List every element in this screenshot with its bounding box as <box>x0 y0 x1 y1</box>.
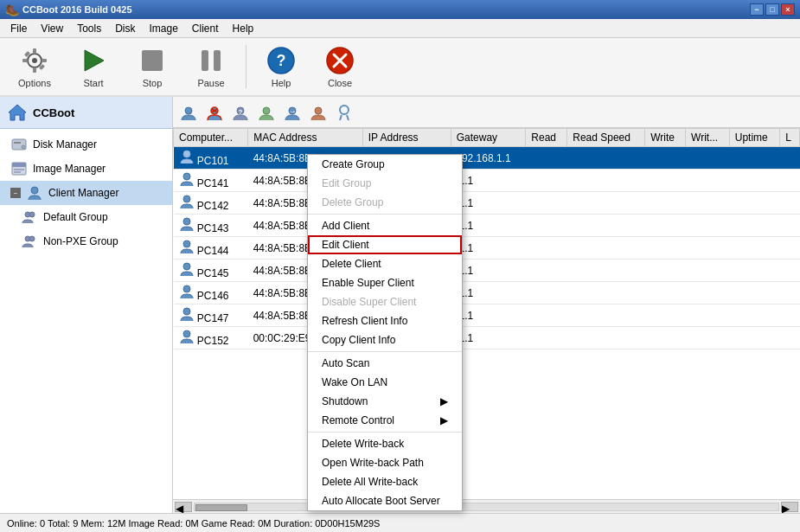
ctx-shutdown[interactable]: Shutdown <box>308 392 462 411</box>
cell-computer: PC142 <box>174 192 248 215</box>
cell-read <box>526 215 567 237</box>
scroll-right-btn[interactable]: ▶ <box>781 502 798 512</box>
toolbar-icon-1[interactable] <box>176 100 201 125</box>
ctx-edit-client[interactable]: Edit Client <box>308 235 462 254</box>
table-row[interactable]: PC141 44:8A:5B:8B:E... .1.1 <box>174 170 800 192</box>
ctx-disable-super[interactable]: Disable Super Client <box>308 292 462 311</box>
cell-l <box>780 304 800 327</box>
svg-point-43 <box>183 151 190 157</box>
ctx-add-client[interactable]: Add Client <box>308 216 462 235</box>
cell-uptime <box>729 170 780 192</box>
table-row[interactable]: PC144 44:8A:5B:8B:E... .1.1 <box>174 237 800 260</box>
minimize-button[interactable]: − <box>750 3 764 16</box>
col-write[interactable]: Write <box>645 129 686 147</box>
cell-read-speed <box>567 192 645 215</box>
ctx-delete-client[interactable]: Delete Client <box>308 254 462 273</box>
sidebar-item-client-manager[interactable]: − Client Manager <box>0 181 172 205</box>
help-icon: ? <box>266 45 297 76</box>
col-write2[interactable]: Writ... <box>686 129 730 147</box>
cell-write <box>645 147 686 170</box>
help-button[interactable]: ? Help <box>253 42 309 92</box>
table-row[interactable]: PC145 44:8A:5B:8B:F... .1.1 <box>174 260 800 282</box>
ctx-copy[interactable]: Copy Client Info <box>308 330 462 349</box>
close-button[interactable]: Close <box>312 42 368 92</box>
ctx-refresh[interactable]: Refresh Client Info <box>308 311 462 330</box>
sidebar-item-default-group[interactable]: Default Group <box>0 205 172 229</box>
pause-button[interactable]: Pause <box>183 42 239 92</box>
ctx-enable-super[interactable]: Enable Super Client <box>308 273 462 292</box>
ctx-auto-allocate[interactable]: Auto Allocate Boot Server <box>308 491 462 510</box>
svg-rect-11 <box>214 50 221 71</box>
sidebar-item-disk-manager[interactable]: Disk Manager <box>0 132 172 157</box>
maximize-button[interactable]: □ <box>765 3 779 16</box>
cell-read <box>526 304 567 327</box>
toolbar-icon-4[interactable] <box>254 100 278 125</box>
svg-point-27 <box>29 212 35 217</box>
close-title-button[interactable]: × <box>781 3 795 16</box>
table-row[interactable]: PC146 44:8A:5B:8B:E... .1.1 <box>174 282 800 304</box>
ctx-edit-group[interactable]: Edit Group <box>308 174 462 193</box>
sidebar-item-non-pxe-group[interactable]: Non-PXE Group <box>0 229 172 253</box>
svg-text:→: → <box>288 106 297 116</box>
stop-button[interactable]: Stop <box>125 42 180 92</box>
toolbar-icon-2[interactable] <box>202 100 227 125</box>
table-row[interactable]: PC152 00:0C:29:E9:C... .1.1 <box>174 327 800 349</box>
options-label: Options <box>18 78 51 88</box>
options-button[interactable]: Options <box>7 42 62 92</box>
ctx-delete-all-writeback[interactable]: Delete All Write-back <box>308 472 462 491</box>
menu-disk[interactable]: Disk <box>108 21 142 36</box>
col-ip[interactable]: IP Address <box>362 129 451 147</box>
person-icon <box>179 245 195 257</box>
scroll-track[interactable] <box>194 503 779 511</box>
col-gateway[interactable]: Gateway <box>451 129 526 147</box>
toolbar-icon-5[interactable]: → <box>280 100 304 125</box>
group-icon <box>21 208 38 226</box>
cell-write2 <box>686 170 730 192</box>
table-container[interactable]: Computer... MAC Address IP Address Gatew… <box>173 128 800 499</box>
col-l[interactable]: L <box>780 129 800 147</box>
menu-help[interactable]: Help <box>226 21 261 36</box>
app-icon: 🥾 <box>5 3 19 16</box>
table-row[interactable]: PC143 44:8A:5B:8B:E... .1.1 <box>174 215 800 237</box>
col-read[interactable]: Read <box>526 129 567 147</box>
toolbar-icon-7[interactable] <box>332 100 356 125</box>
ctx-remote-control[interactable]: Remote Control <box>308 411 462 430</box>
ctx-create-group[interactable]: Create Group <box>308 155 462 174</box>
ctx-delete-group[interactable]: Delete Group <box>308 193 462 212</box>
ctx-auto-scan[interactable]: Auto Scan <box>308 354 462 373</box>
col-computer[interactable]: Computer... <box>174 129 248 147</box>
home-icon <box>7 102 28 123</box>
col-uptime[interactable]: Uptime <box>729 129 780 147</box>
svg-rect-9 <box>142 50 163 71</box>
menu-client[interactable]: Client <box>185 21 226 36</box>
image-icon <box>10 160 28 177</box>
ctx-delete-writeback[interactable]: Delete Write-back <box>308 434 462 453</box>
cell-read <box>526 237 567 260</box>
sidebar-item-image-manager[interactable]: Image Manager <box>0 157 172 181</box>
menu-image[interactable]: Image <box>143 21 185 36</box>
cell-read-speed <box>567 237 645 260</box>
toolbar-icon-3[interactable]: ? <box>228 100 253 125</box>
cell-write <box>645 170 686 192</box>
scroll-thumb[interactable] <box>195 504 247 511</box>
menu-file[interactable]: File <box>3 21 34 36</box>
cell-write <box>645 215 686 237</box>
person-icon <box>179 200 195 212</box>
ctx-open-writeback[interactable]: Open Write-back Path <box>308 453 462 472</box>
horizontal-scrollbar[interactable]: ◀ ▶ <box>173 499 800 513</box>
col-read-speed[interactable]: Read Speed <box>567 129 645 147</box>
cell-computer: PC146 <box>174 282 248 304</box>
menu-tools[interactable]: Tools <box>70 21 108 36</box>
menu-view[interactable]: View <box>34 21 70 36</box>
collapse-icon[interactable]: − <box>10 188 21 198</box>
ctx-wake-on-lan[interactable]: Wake On LAN <box>308 373 462 392</box>
table-row[interactable]: PC101 44:8A:5B:8B:EA:79 192.168.1.101 19… <box>174 147 800 170</box>
scroll-left-btn[interactable]: ◀ <box>175 502 192 512</box>
statusbar: Online: 0 Total: 9 Mem: 12M Image Read: … <box>0 513 800 532</box>
person-icon <box>179 222 195 234</box>
col-mac[interactable]: MAC Address <box>248 129 363 147</box>
table-row[interactable]: PC142 44:8A:5B:8B:E... .1.1 <box>174 192 800 215</box>
start-button[interactable]: Start <box>66 42 121 92</box>
table-row[interactable]: PC147 44:8A:5B:8B:E... .1.1 <box>174 304 800 327</box>
toolbar-icon-6[interactable] <box>306 100 330 125</box>
